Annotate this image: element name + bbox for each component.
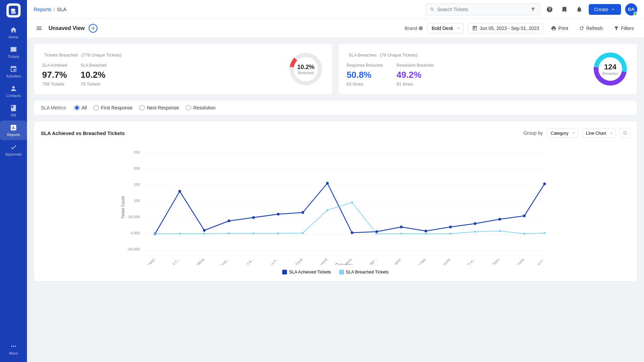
search-icon: [430, 7, 435, 12]
svg-text:Rest API or...: Rest API or...: [459, 258, 475, 265]
sidebar-item-approvals[interactable]: Approvals: [0, 140, 27, 160]
svg-point-59: [228, 232, 230, 234]
sla-metrics-first-response[interactable]: First Response: [93, 105, 133, 110]
tickets-breached-card: Tickets Breached (776 Unique Tickets) SL…: [34, 43, 333, 95]
svg-text:100: 100: [134, 199, 140, 203]
svg-point-62: [302, 232, 304, 234]
search-filter-button[interactable]: [530, 7, 536, 12]
tickets-breached-title: Tickets Breached (776 Unique Tickets): [42, 52, 281, 58]
refresh-button[interactable]: Refresh: [576, 24, 606, 33]
svg-point-41: [203, 229, 206, 232]
chart-expand-button[interactable]: [620, 128, 630, 138]
sidebar-item-reports[interactable]: Reports: [0, 121, 27, 140]
svg-point-67: [425, 233, 427, 235]
svg-point-68: [449, 233, 451, 235]
svg-point-70: [499, 230, 501, 232]
sidebar-item-kb[interactable]: KB: [0, 101, 27, 121]
tickets-breached-donut: 10.2% Breached: [287, 51, 324, 88]
chart-card: SLA Achieved vs Breached Tickets Group b…: [34, 121, 637, 282]
resolution-breaches-metric: Resolution Breaches 49.2% 61 times: [397, 63, 434, 87]
avatar-online-badge: [634, 12, 637, 15]
sidebar-item-activities[interactable]: Activities: [0, 62, 27, 81]
svg-text:BoldDesk...: BoldDesk...: [214, 258, 229, 265]
svg-text:Mobile App: Mobile App: [412, 257, 427, 265]
sla-metrics-radio-group: All First Response Next Response Resolut…: [74, 105, 216, 110]
svg-point-56: [154, 233, 156, 235]
svg-text:50.000: 50.000: [128, 215, 140, 219]
svg-point-69: [474, 231, 476, 233]
svg-point-63: [326, 209, 328, 211]
chart-header: SLA Achieved vs Breached Tickets Group b…: [41, 128, 630, 138]
sidebar-item-home-label: Home: [8, 35, 18, 39]
page-title: Unsaved View: [49, 25, 85, 31]
svg-text:Admin & C...: Admin & C...: [164, 258, 180, 265]
legend-achieved: SLA Achieved Tickets: [282, 269, 331, 274]
breadcrumb-separator: /: [54, 6, 55, 12]
chart-container: 250 200 150 100 50.000 0.000 -50.000 Tic…: [41, 143, 630, 274]
sla-metrics-label: SLA Metrics: [41, 105, 66, 110]
breadcrumb-reports[interactable]: Reports: [34, 6, 52, 12]
sla-metrics-next-response[interactable]: Next Response: [139, 105, 179, 110]
sidebar-item-approvals-label: Approvals: [5, 152, 22, 156]
chart-legend: SLA Achieved Tickets SLA Breached Ticket…: [41, 269, 630, 274]
svg-text:Knowledge...: Knowledge...: [361, 258, 377, 265]
svg-text:General: General: [317, 258, 328, 265]
chart-group-by-label: Group by: [523, 130, 543, 136]
sidebar-item-contacts-label: Contacts: [6, 94, 21, 98]
sidebar-item-tickets[interactable]: Tickets: [0, 42, 27, 62]
svg-text:250: 250: [134, 150, 140, 154]
sla-metrics-all[interactable]: All: [74, 105, 87, 110]
svg-point-47: [351, 231, 353, 234]
menu-button[interactable]: [34, 23, 45, 34]
svg-point-44: [277, 213, 280, 216]
svg-point-64: [351, 201, 353, 203]
sidebar-item-reports-label: Reports: [7, 133, 20, 137]
avatar[interactable]: GA: [625, 3, 637, 15]
filters-button[interactable]: Filters: [610, 24, 637, 33]
svg-point-61: [277, 232, 279, 234]
svg-point-45: [301, 211, 304, 214]
add-view-button[interactable]: +: [89, 24, 97, 33]
create-button[interactable]: Create: [589, 4, 621, 15]
svg-point-48: [375, 230, 378, 233]
svg-point-40: [178, 190, 181, 193]
brand-label: Brand: [405, 26, 423, 31]
sla-breaches-donut: 124 Breaches: [592, 51, 629, 88]
sidebar: Home Tickets Activities Contacts KB Repo…: [0, 0, 27, 362]
refresh-icon: [579, 26, 584, 31]
sidebar-item-more[interactable]: More: [0, 339, 27, 359]
sidebar-item-home[interactable]: Home: [0, 23, 27, 42]
svg-point-55: [543, 183, 546, 185]
search-input[interactable]: [437, 7, 528, 12]
page-toolbar: Unsaved View + Brand Bold Desk Jun 05, 2…: [27, 19, 644, 38]
svg-text:150: 150: [134, 183, 140, 187]
svg-point-43: [252, 216, 255, 219]
svg-point-49: [400, 226, 403, 228]
svg-point-52: [474, 222, 476, 225]
date-range-button[interactable]: Jun 05, 2023 - Sep 01, 2023: [468, 23, 544, 33]
filter-icon: [614, 26, 619, 31]
sidebar-item-contacts[interactable]: Contacts: [0, 81, 27, 101]
sidebar-item-tickets-label: Tickets: [8, 55, 19, 59]
chart-group-by-select[interactable]: Category: [547, 129, 578, 138]
print-button[interactable]: Print: [548, 24, 572, 33]
svg-text:Migration: Migration: [389, 258, 402, 265]
app-logo[interactable]: [6, 3, 21, 18]
sla-metrics-resolution[interactable]: Resolution: [186, 105, 215, 110]
bookmark-button[interactable]: [559, 4, 570, 15]
svg-point-53: [498, 218, 501, 221]
chart-title: SLA Achieved vs Breached Tickets: [41, 130, 519, 136]
print-icon: [551, 26, 556, 31]
svg-text:Ticket Count: Ticket Count: [121, 196, 125, 219]
svg-text:Billing: Billing: [196, 258, 205, 265]
svg-point-42: [228, 220, 230, 222]
notification-button[interactable]: [574, 4, 585, 15]
svg-point-50: [425, 230, 427, 232]
search-bar: [426, 3, 540, 15]
help-button[interactable]: [544, 4, 555, 15]
chart-type-select[interactable]: Line Chart: [582, 129, 616, 138]
svg-point-71: [523, 233, 525, 235]
brand-select[interactable]: Bold Desk: [427, 23, 464, 33]
svg-point-60: [253, 232, 255, 234]
svg-text:Sales: Sales: [492, 258, 500, 265]
